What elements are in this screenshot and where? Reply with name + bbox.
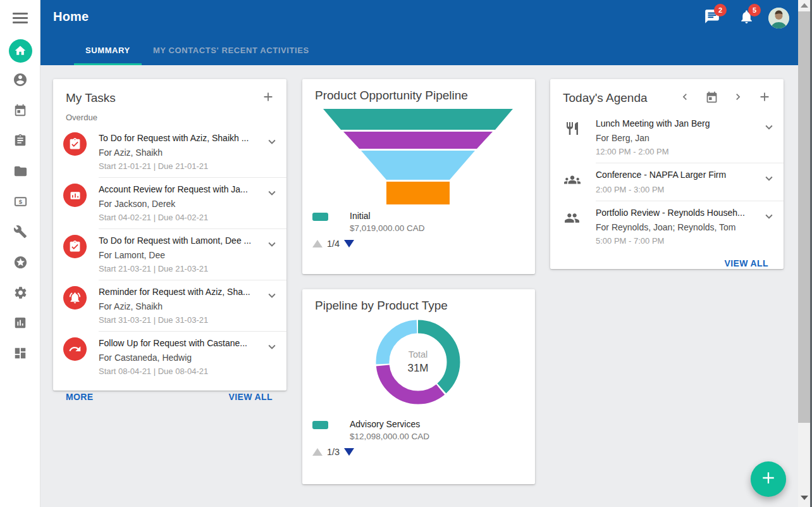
my-tasks-title: My Tasks [66, 91, 259, 105]
sidebar-item-documents[interactable] [0, 157, 40, 187]
tab-summary[interactable]: SUMMARY [74, 37, 142, 65]
pipeline-title: Product Opportunity Pipeline [315, 89, 526, 103]
sidebar-item-favorites[interactable] [0, 248, 40, 279]
add-fab[interactable] [751, 461, 786, 497]
funnel-chart [302, 109, 535, 207]
funnel-stage[interactable] [323, 109, 513, 130]
gear-icon [13, 285, 28, 303]
svg-text:$: $ [18, 198, 22, 205]
product-type-title: Pipeline by Product Type [315, 299, 526, 313]
chevron-down-icon[interactable] [264, 134, 280, 150]
notifications-button[interactable]: 5 [734, 6, 758, 30]
messages-button[interactable]: 2 [700, 6, 724, 30]
agenda-row[interactable]: Portfolio Review - Reynolds Househ... Fo… [550, 201, 784, 252]
star-circle-icon [13, 255, 28, 272]
agenda-next-button[interactable] [728, 89, 748, 108]
messages-badge: 2 [714, 4, 727, 16]
task-row[interactable]: To Do for Request with Lamont, Dee ... F… [53, 228, 286, 280]
clipboard-check-icon [63, 235, 87, 258]
chevron-left-icon [679, 91, 691, 106]
hamburger-menu-icon[interactable] [13, 13, 28, 23]
wrench-icon [13, 225, 27, 241]
add-appointment-button[interactable] [754, 89, 775, 108]
app-header: Home SUMMARY MY CONTACTS' RECENT ACTIVIT… [40, 0, 798, 65]
tab-bar: SUMMARY MY CONTACTS' RECENT ACTIVITIES [74, 37, 321, 65]
sidebar-nav: $ [0, 35, 40, 370]
legend-swatch [312, 213, 328, 221]
groups-icon [560, 169, 584, 191]
pager-up-icon[interactable] [312, 240, 323, 247]
pager-down-icon[interactable] [344, 240, 354, 247]
task-row[interactable]: Follow Up for Request with Castane... Fo… [53, 331, 286, 382]
follow-up-arrow-icon [63, 337, 87, 361]
alarm-bell-icon [63, 286, 87, 310]
funnel-legend: Initial $7,019,000.00 CAD [302, 207, 535, 233]
notifications-badge: 5 [748, 4, 761, 16]
chevron-down-icon[interactable] [761, 119, 777, 135]
account-circle-icon [13, 72, 28, 90]
pager-up-icon[interactable] [312, 448, 323, 456]
add-task-button[interactable] [259, 89, 278, 108]
pager-down-icon[interactable] [344, 448, 354, 456]
product-type-card: Pipeline by Product Type Total 31M Advis… [302, 289, 535, 484]
calendar-icon [705, 91, 718, 106]
tab-recent-activities[interactable]: MY CONTACTS' RECENT ACTIVITIES [142, 37, 321, 65]
agenda-title: Today's Agenda [563, 91, 675, 105]
task-row[interactable]: To Do for Request with Aziz, Shaikh ... … [53, 126, 286, 177]
pipeline-card: Product Opportunity Pipeline Initial $7,… [302, 79, 535, 274]
funnel-stage[interactable] [386, 182, 450, 204]
people-icon [560, 207, 584, 228]
my-tasks-card: My Tasks Overdue To Do for Request with … [53, 79, 286, 391]
plus-icon [758, 90, 772, 106]
chevron-down-icon[interactable] [761, 208, 777, 225]
sidebar-item-calendar[interactable] [0, 96, 40, 127]
chevron-down-icon[interactable] [264, 185, 280, 201]
donut-center-label: Total 31M [374, 349, 462, 375]
folder-icon [13, 164, 28, 181]
dashboard-icon [13, 346, 27, 363]
user-avatar[interactable] [768, 8, 789, 28]
calendar-icon [13, 103, 27, 120]
tasks-group-label: Overdue [53, 111, 286, 126]
sidebar-item-tools[interactable] [0, 218, 40, 248]
task-row[interactable]: Account Review for Request with Ja... Fo… [53, 177, 286, 228]
task-row[interactable]: Reminder for Request with Aziz, Sha... F… [53, 280, 286, 331]
legend-swatch [312, 421, 328, 429]
funnel-stage[interactable] [343, 132, 493, 149]
sidebar-item-home[interactable] [0, 35, 40, 66]
chevron-down-icon[interactable] [264, 236, 280, 253]
chevron-down-icon[interactable] [264, 339, 280, 355]
clipboard-check-icon [63, 132, 87, 156]
chevron-down-icon[interactable] [264, 287, 280, 304]
home-icon [9, 39, 32, 63]
vertical-scrollbar[interactable] [798, 0, 810, 507]
funnel-stage[interactable] [361, 151, 475, 180]
sidebar-item-settings[interactable] [0, 279, 40, 309]
chevron-down-icon[interactable] [761, 170, 777, 187]
clipboard-icon [13, 134, 27, 150]
agenda-card: Today's Agenda Lunch Meeting with Jan Be… [550, 79, 784, 269]
funnel-pager: 1/4 [302, 233, 535, 256]
scroll-up-arrow[interactable] [798, 3, 810, 11]
plus-icon [261, 90, 275, 106]
sidebar-item-billing[interactable]: $ [0, 187, 40, 218]
tasks-view-all-link[interactable]: VIEW ALL [228, 392, 273, 402]
sidebar-item-contacts[interactable] [0, 66, 40, 96]
agenda-row[interactable]: Lunch Meeting with Jan Berg For Berg, Ja… [550, 111, 784, 163]
header-actions: 2 5 [700, 6, 789, 30]
chevron-right-icon [732, 91, 744, 106]
dollar-card-icon: $ [13, 194, 28, 211]
sidebar-item-reports[interactable] [0, 309, 40, 339]
agenda-prev-button[interactable] [675, 89, 695, 108]
more-link[interactable]: MORE [66, 392, 94, 402]
scrollbar-thumb[interactable] [798, 11, 810, 423]
page-title: Home [53, 9, 89, 24]
agenda-view-all-link[interactable]: VIEW ALL [724, 258, 768, 268]
bar-chart-icon [13, 316, 27, 332]
sidebar-item-dashboards[interactable] [0, 339, 40, 370]
agenda-row[interactable]: Conference - NAPFA Larger Firm 2:00 PM -… [550, 163, 784, 201]
sidebar-item-tasks[interactable] [0, 127, 40, 157]
agenda-calendar-button[interactable] [701, 89, 722, 108]
sidebar: $ [0, 0, 40, 507]
scroll-down-arrow[interactable] [798, 496, 810, 503]
